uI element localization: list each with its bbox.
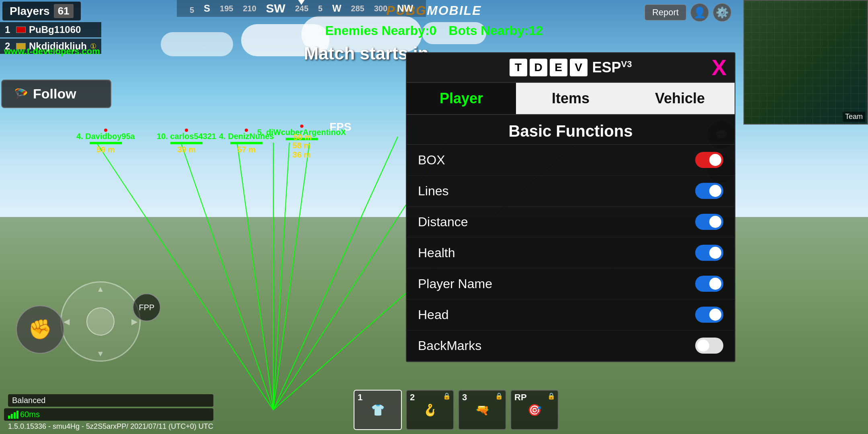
ping-bar-1	[8, 416, 10, 419]
toggle-health[interactable]	[695, 245, 723, 261]
players-badge: Players 61	[2, 2, 81, 20]
toggle-distance[interactable]	[695, 214, 723, 230]
enemies-nearby: Enemies Nearby:0	[325, 23, 436, 38]
enemy-2-label: 10. carlos54321 39 m	[157, 129, 216, 154]
compass-300: 300	[369, 4, 392, 13]
joystick[interactable]: ▲ ▼ ◀ ▶	[60, 281, 141, 362]
toggle-head[interactable]	[695, 307, 723, 323]
ping-badge: 60ms	[4, 408, 213, 421]
toggle-label-backmarks: BackMarks	[418, 338, 481, 353]
tab-vehicle[interactable]: Vehicle	[625, 83, 735, 114]
ping-bars	[8, 411, 18, 419]
joystick-down-arrow: ▼	[96, 349, 104, 358]
esp-header: T D E V ESPV3 X	[407, 53, 735, 83]
toggle-label-lines: Lines	[418, 184, 449, 199]
ping-bar-3	[14, 412, 16, 419]
compass-245: 245	[290, 4, 313, 13]
tab-player[interactable]: Player	[407, 83, 516, 114]
enemy-2-dist: 39 m	[157, 145, 216, 154]
logo-letter-v: V	[570, 59, 588, 76]
toggle-row-player-name: Player Name	[407, 268, 735, 299]
enemy-4-dist-top: 58 m	[257, 141, 346, 150]
parachute-icon: 🪂	[14, 87, 28, 100]
section-title: Basic Functions	[407, 115, 735, 145]
compass-w: W	[328, 3, 346, 14]
follow-label: Follow	[33, 86, 76, 102]
team-flag-1	[16, 27, 26, 33]
esp-panel: T D E V ESPV3 X Player Items Vehicle Bas…	[406, 52, 735, 362]
compass-sw: SW	[261, 2, 290, 15]
players-label: Players	[10, 5, 50, 18]
hud-top: Players 61	[0, 0, 868, 22]
ping-bar-4	[16, 411, 18, 419]
enemy-4-dot	[300, 125, 303, 128]
team-name-1: PuBg11060	[29, 24, 81, 35]
enemy-2-dot	[185, 129, 188, 132]
fist-button[interactable]: ✊	[16, 305, 64, 354]
ping-bar-2	[11, 414, 13, 419]
bottom-left-info: Balanced 60ms 1.5.0.15336 - smu4Hg - 5z2…	[4, 394, 213, 431]
esp-logo: T D E V ESPV3	[510, 59, 632, 76]
toggle-row-health: Health	[407, 237, 735, 268]
toggle-box[interactable]	[695, 152, 723, 168]
logo-letter-d: D	[530, 59, 547, 76]
cloud	[161, 32, 233, 56]
enemy-8-dist: 50 m	[293, 133, 312, 142]
enemy-2-bar	[170, 142, 203, 144]
toggle-row-distance: Distance	[407, 207, 735, 237]
toggle-player-name[interactable]	[695, 276, 723, 292]
enemy-8-label: 50 m	[293, 133, 312, 142]
ping-value: 60ms	[20, 410, 40, 419]
toggle-row-backmarks: BackMarks	[407, 330, 735, 361]
bottom-hud: Balanced 60ms 1.5.0.15336 - smu4Hg - 5z2…	[0, 386, 868, 434]
joystick-right-arrow: ▶	[131, 317, 137, 326]
compass-s-label: S	[199, 3, 215, 14]
watermark: www.t-developers.com	[4, 46, 100, 57]
players-count: 61	[54, 4, 74, 18]
tab-items[interactable]: Items	[516, 83, 625, 114]
enemy-1-bar	[90, 142, 122, 144]
enemy-1-dot	[104, 129, 107, 132]
logo-esp-text: ESPV3	[592, 59, 632, 76]
fps-label: FPS	[330, 121, 351, 133]
toggle-label-health: Health	[418, 246, 455, 260]
toggle-row-box: BOX	[407, 145, 735, 176]
enemy-2-name: 10. carlos54321	[157, 132, 216, 141]
compass-5: 5	[313, 4, 328, 13]
esp-close-button[interactable]: X	[712, 56, 727, 79]
enemy-3-dot	[245, 129, 248, 132]
esp-tabs: Player Items Vehicle	[407, 83, 735, 115]
version-info: 1.5.0.15336 - smu4Hg - 5z2S5arxPP/ 2021/…	[8, 422, 213, 431]
balanced-badge: Balanced	[8, 394, 213, 407]
compass-285: 285	[346, 4, 369, 13]
nearby-info: Enemies Nearby:0 Bots Nearby:12	[325, 23, 543, 38]
follow-button[interactable]: 🪂 Follow	[1, 80, 111, 108]
joystick-up-arrow: ▲	[96, 285, 104, 294]
toggle-label-head: Head	[418, 307, 449, 322]
toggle-label-player-name: Player Name	[418, 276, 492, 291]
logo-letter-e: E	[550, 59, 567, 76]
enemy-1-label: 4. Davidboy95a 59 m	[76, 129, 135, 154]
bots-nearby: Bots Nearby:12	[448, 23, 543, 38]
toggle-lines[interactable]	[695, 183, 723, 199]
toggle-label-box: BOX	[418, 153, 445, 168]
joystick-arrows: ▲ ▼ ◀ ▶	[61, 283, 139, 360]
joystick-left-arrow: ◀	[63, 317, 70, 326]
toggle-backmarks[interactable]	[695, 338, 723, 354]
logo-letter-t: T	[510, 59, 527, 76]
minimap-overlay	[744, 1, 867, 124]
enemy-1-dist: 59 m	[76, 145, 135, 154]
fps-indicator: FPS	[330, 121, 351, 133]
compass-s: 5	[185, 6, 199, 15]
toggle-label-distance: Distance	[418, 215, 468, 229]
compass: 5 S 195 210 SW 245 5 W 285 300 NW	[177, 0, 426, 17]
compass-195: 195	[215, 4, 238, 13]
fpp-button[interactable]: FPP	[133, 293, 161, 321]
enemy-4-dist-bot: 36 m	[257, 150, 346, 160]
minimap: Team	[743, 0, 868, 125]
compass-triangle	[298, 0, 305, 5]
enemy-1-name: 4. Davidboy95a	[76, 132, 135, 141]
minimap-team-label: Team	[843, 112, 865, 122]
team-item-1: 1 PuBg11060	[0, 22, 101, 37]
compass-nw: NW	[392, 3, 418, 14]
